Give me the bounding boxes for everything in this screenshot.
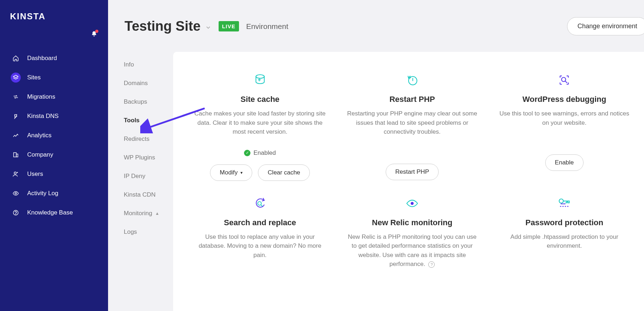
sitenav-kinsta-cdn[interactable]: Kinsta CDN: [124, 186, 173, 204]
card-site-cache: Site cache Cache makes your site load fa…: [187, 72, 332, 181]
card-title: New Relic monitoring: [346, 218, 478, 227]
brand-logo: KINSTA: [0, 6, 108, 28]
nav-dashboard[interactable]: Dashboard: [4, 49, 104, 68]
search-replace-icon: [194, 195, 326, 212]
nav-label: Sites: [27, 74, 41, 81]
nav-label: Activity Log: [27, 190, 58, 197]
svg-point-2: [14, 172, 16, 174]
warning-icon: ▲: [155, 211, 159, 216]
card-desc: Restarting your PHP engine may clear out…: [346, 109, 478, 137]
nav-label: Company: [27, 151, 53, 158]
modify-cache-button[interactable]: Modify ▾: [210, 164, 252, 181]
nav-kinsta-dns[interactable]: Kinsta DNS: [4, 107, 104, 125]
nav-activity-log[interactable]: Activity Log: [4, 184, 104, 203]
nav-label: Dashboard: [27, 55, 57, 62]
cache-status: ✓ Enabled: [194, 149, 326, 157]
nav-label: Analytics: [27, 132, 52, 139]
svg-text:***: ***: [561, 202, 566, 206]
nav-company[interactable]: Company: [4, 145, 104, 164]
sitenav-ip-deny[interactable]: IP Deny: [124, 167, 173, 186]
company-icon: [11, 150, 21, 160]
password-icon: ***: [498, 195, 630, 212]
card-desc: Add simple .htpasswd protection to your …: [498, 232, 630, 251]
nav-label: Kinsta DNS: [27, 113, 59, 120]
environment-label: Environment: [246, 22, 288, 31]
sitenav-redirects[interactable]: Redirects: [124, 130, 173, 148]
svg-rect-1: [16, 154, 18, 157]
cache-icon: [194, 72, 326, 88]
site-title[interactable]: Testing Site: [125, 19, 211, 34]
card-new-relic: New Relic monitoring New Relic is a PHP …: [340, 195, 484, 269]
migration-icon: [11, 92, 21, 102]
main-sidebar: KINSTA Dashboard Sites: [0, 0, 108, 311]
users-icon: [11, 169, 21, 179]
card-title: Site cache: [194, 95, 326, 104]
card-wp-debugging: WordPress debugging Use this tool to see…: [492, 72, 637, 181]
card-password-protection: *** Password protection Add simple .htpa…: [492, 195, 637, 269]
nav-users[interactable]: Users: [4, 165, 104, 183]
clear-cache-button[interactable]: Clear cache: [258, 164, 310, 181]
nav-migrations[interactable]: Migrations: [4, 88, 104, 106]
nav-label: Users: [27, 171, 43, 178]
analytics-icon: [11, 130, 21, 140]
svg-rect-0: [14, 153, 16, 157]
card-title: Restart PHP: [346, 95, 478, 104]
svg-point-5: [16, 214, 16, 214]
check-icon: ✓: [244, 150, 250, 156]
info-icon[interactable]: ?: [428, 261, 435, 268]
site-subnav: Info Domains Backups Tools Redirects WP …: [108, 52, 173, 311]
sitenav-backups[interactable]: Backups: [124, 93, 173, 111]
svg-point-11: [411, 202, 414, 204]
status-text: Enabled: [253, 149, 275, 157]
sitenav-wp-plugins[interactable]: WP Plugins: [124, 148, 173, 167]
change-environment-button[interactable]: Change environment: [567, 17, 644, 35]
main-nav: Dashboard Sites Migrations Kinsta DNS: [0, 47, 108, 224]
card-desc: Use this tool to replace any value in yo…: [194, 232, 326, 260]
svg-point-7: [256, 75, 264, 78]
nav-sites[interactable]: Sites: [4, 68, 104, 87]
card-title: Password protection: [498, 218, 630, 227]
layers-icon: [11, 73, 21, 83]
card-search-replace: Search and replace Use this tool to repl…: [187, 195, 332, 269]
sitenav-domains[interactable]: Domains: [124, 74, 173, 93]
eye-icon: [11, 188, 21, 198]
restart-icon: [346, 72, 478, 88]
brand-text: KINSTA: [10, 11, 46, 21]
sitenav-logs[interactable]: Logs: [124, 223, 173, 241]
debug-icon: [498, 72, 630, 88]
nav-analytics[interactable]: Analytics: [4, 126, 104, 145]
help-icon: [11, 208, 21, 218]
chevron-down-icon: ▾: [240, 170, 243, 175]
svg-point-3: [15, 193, 17, 194]
site-title-text: Testing Site: [125, 19, 201, 34]
svg-point-9: [562, 78, 566, 82]
home-icon: [11, 53, 21, 63]
monitoring-icon: [346, 195, 478, 212]
card-restart-php: Restart PHP Restarting your PHP engine m…: [340, 72, 484, 181]
live-badge: LIVE: [219, 21, 239, 31]
notifications-bell-icon[interactable]: [91, 31, 97, 39]
dns-icon: [11, 111, 21, 121]
card-desc: Use this tool to see warnings, errors an…: [498, 109, 630, 127]
nav-knowledge-base[interactable]: Knowledge Base: [4, 203, 104, 222]
card-desc: Cache makes your site load faster by sto…: [194, 109, 326, 137]
sitenav-monitoring[interactable]: Monitoring ▲: [124, 204, 173, 223]
card-desc: New Relic is a PHP monitoring tool you c…: [346, 232, 478, 269]
nav-label: Knowledge Base: [27, 209, 73, 216]
svg-point-10: [258, 202, 261, 205]
restart-php-button[interactable]: Restart PHP: [386, 164, 439, 180]
chevron-down-icon: [205, 19, 211, 34]
tools-panel: Site cache Cache makes your site load fa…: [173, 52, 644, 311]
main-area: Testing Site LIVE Environment Change env…: [108, 0, 644, 311]
card-title: WordPress debugging: [498, 95, 630, 104]
enable-debug-button[interactable]: Enable: [545, 154, 584, 171]
sitenav-tools[interactable]: Tools: [124, 111, 173, 130]
page-header: Testing Site LIVE Environment Change env…: [108, 0, 644, 52]
nav-label: Migrations: [27, 93, 55, 100]
notification-dot: [95, 30, 98, 33]
card-title: Search and replace: [194, 218, 326, 227]
sitenav-info[interactable]: Info: [124, 55, 173, 74]
